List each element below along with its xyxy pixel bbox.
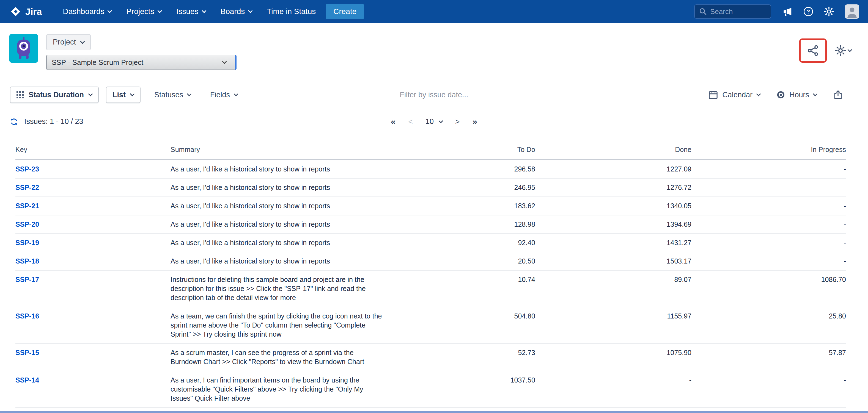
scope-dropdown[interactable]: Project [46,34,91,50]
metric-dropdown[interactable]: Status Duration [10,87,99,103]
chevron-down-icon [80,39,85,44]
table-row: SSP-20 As a user, I'd like a historical … [16,215,846,234]
issue-summary: As a user, I'd like a historical story t… [170,256,384,266]
user-avatar[interactable] [845,4,859,19]
gear-icon [835,45,846,56]
issue-summary: As a team, we can finish the sprint by c… [170,312,384,339]
create-button[interactable]: Create [326,4,364,19]
issue-summary: As a user, I'd like a historical story t… [170,165,384,174]
nav-issues[interactable]: Issues [176,7,206,16]
jira-logo[interactable]: Jira [10,6,42,17]
table-header-row: Key Summary To Do Done In Progress [16,132,846,160]
units-dropdown[interactable]: Hours [777,91,817,99]
table-row: SSP-21 As a user, I'd like a historical … [16,197,846,215]
todo-value: 20.50 [386,252,535,270]
header-actions [799,38,851,63]
calendar-dropdown[interactable]: Calendar [709,90,760,100]
feedback-megaphone-icon[interactable] [782,6,793,17]
target-icon [777,91,785,99]
search-icon [699,8,707,15]
nav-time-in-status[interactable]: Time in Status [267,7,316,16]
todo-value: 92.40 [386,234,535,252]
issue-key-link[interactable]: SSP-18 [16,257,39,265]
results-bar: Issues: 1 - 10 / 23 « < 10 > » [0,110,868,132]
column-header-done[interactable]: Done [535,132,691,160]
issue-key-link[interactable]: SSP-20 [16,220,39,228]
done-value: 1394.69 [535,215,691,234]
chevron-down-icon [234,92,239,97]
settings-gear-icon[interactable] [824,7,834,16]
table-row: SSP-14 As a user, I can find important i… [16,371,846,408]
project-controls: Project SSP - Sample Scrum Project [46,34,237,70]
in-progress-value: 25.80 [691,307,846,343]
todo-value: 183.62 [386,197,535,215]
jira-time-in-status-page: Jira Dashboards Projects Issues Boards T… [0,0,868,413]
nav-boards[interactable]: Boards [221,7,252,16]
chevron-down-icon [202,8,206,13]
statuses-dropdown[interactable]: Statuses [154,91,191,99]
issue-key-link[interactable]: SSP-15 [16,349,39,356]
issue-key-link[interactable]: SSP-23 [16,165,39,173]
page-size-dropdown[interactable]: 10 [426,117,442,126]
done-value: 1340.05 [535,197,691,215]
prev-page-button[interactable]: < [408,117,413,126]
report-settings-menu[interactable] [835,45,851,56]
issues-table: Key Summary To Do Done In Progress SSP-2… [16,132,846,408]
project-select-value: SSP - Sample Scrum Project [52,58,143,67]
project-select[interactable]: SSP - Sample Scrum Project [46,55,237,70]
in-progress-value: 57.87 [691,343,846,371]
table-row: SSP-19 As a user, I'd like a historical … [16,234,846,252]
chevron-down-icon [107,8,112,13]
done-value: 1075.90 [535,343,691,371]
in-progress-value: 1086.70 [691,270,846,307]
export-icon[interactable] [833,90,843,100]
done-value: 1155.97 [535,307,691,343]
table-row: SSP-17 Instructions for deleting this sa… [16,270,846,307]
issue-key-link[interactable]: SSP-21 [16,202,39,210]
table-row: SSP-15 As a scrum master, I can see the … [16,343,846,371]
in-progress-value: - [691,160,846,178]
todo-value: 128.98 [386,215,535,234]
jira-logo-icon [10,6,22,17]
todo-value: 10.74 [386,270,535,307]
share-icon[interactable] [807,44,819,57]
issue-key-link[interactable]: SSP-19 [16,239,39,246]
table-row: SSP-22 As a user, I'd like a historical … [16,178,846,197]
issue-key-link[interactable]: SSP-14 [16,376,39,384]
chevron-down-icon [439,118,443,123]
column-header-summary[interactable]: Summary [170,132,386,160]
column-header-in-progress[interactable]: In Progress [691,132,846,160]
in-progress-value: - [691,178,846,197]
search-input[interactable] [710,7,766,16]
issue-summary: As a user, I'd like a historical story t… [170,201,384,210]
issue-summary: As a scrum master, I can see the progres… [170,348,384,366]
issue-date-filter[interactable]: Filter by issue date... [400,91,468,99]
nav-projects[interactable]: Projects [126,7,161,16]
next-page-button[interactable]: > [455,117,460,126]
report-toolbar: Status Duration List Statuses Fields Fil… [0,78,868,110]
issue-key-link[interactable]: SSP-17 [16,276,39,283]
first-page-button[interactable]: « [391,116,396,127]
issue-key-link[interactable]: SSP-16 [16,312,39,320]
table-row: SSP-16 As a team, we can finish the spri… [16,307,846,343]
project-avatar [9,34,38,63]
calendar-icon [709,90,718,100]
fields-dropdown[interactable]: Fields [210,91,238,99]
chevron-down-icon [130,92,135,97]
column-header-key[interactable]: Key [16,132,170,160]
chevron-down-icon [157,8,162,13]
last-page-button[interactable]: » [472,116,477,127]
nav-dashboards[interactable]: Dashboards [63,7,112,16]
in-progress-value: - [691,371,846,408]
done-value: 1503.17 [535,252,691,270]
chevron-down-icon [756,92,761,97]
issue-key-link[interactable]: SSP-22 [16,183,39,191]
done-value: 89.07 [535,270,691,307]
brand-label: Jira [25,6,42,17]
in-progress-value: - [691,215,846,234]
refresh-icon[interactable] [10,117,18,126]
help-icon[interactable]: ? [804,7,813,16]
view-dropdown[interactable]: List [106,87,141,103]
column-header-todo[interactable]: To Do [386,132,535,160]
todo-value: 296.58 [386,160,535,178]
